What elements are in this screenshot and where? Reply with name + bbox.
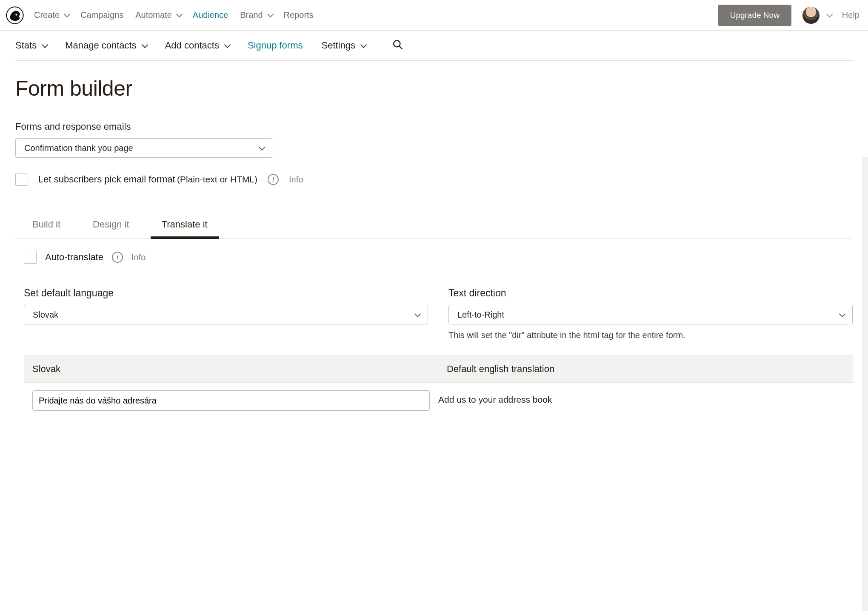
translation-english-value: Add us to your address book	[438, 390, 853, 411]
default-language-value: Slovak	[33, 310, 58, 320]
subnav-add-contacts[interactable]: Add contacts	[165, 40, 229, 51]
account-menu[interactable]	[802, 7, 831, 24]
topbar: Create Campaigns Automate Audience Brand…	[0, 0, 868, 31]
chevron-down-icon	[142, 41, 148, 48]
scrollbar[interactable]	[862, 157, 868, 426]
text-direction-col: Text direction Left-to-Right This will s…	[448, 287, 853, 340]
let-subscribers-label-wrap: Let subscribers pick email format (Plain…	[38, 174, 257, 185]
content: Form builder Forms and response emails C…	[0, 61, 868, 426]
text-direction-value: Left-to-Right	[457, 310, 504, 320]
auto-translate-row: Auto-translate i Info	[24, 251, 853, 264]
translation-table: Slovak Default english translation Add u…	[24, 355, 853, 411]
translation-input-cell	[24, 390, 438, 411]
chevron-down-icon	[176, 11, 183, 18]
info-icon[interactable]: i	[112, 252, 123, 263]
chevron-down-icon	[267, 11, 274, 18]
info-icon[interactable]: i	[268, 174, 279, 185]
auto-translate-checkbox[interactable]	[24, 251, 37, 264]
language-settings: Set default language Slovak Text directi…	[24, 287, 853, 340]
nav-campaigns-label: Campaigns	[80, 10, 123, 20]
let-subscribers-label: Let subscribers pick email format	[38, 174, 175, 185]
upgrade-button[interactable]: Upgrade Now	[718, 5, 791, 26]
chevron-down-icon	[259, 144, 266, 151]
default-language-label: Set default language	[24, 287, 428, 299]
info-text: Info	[131, 253, 146, 262]
chevron-down-icon	[414, 310, 421, 317]
svg-line-3	[399, 46, 402, 48]
subnav-settings[interactable]: Settings	[322, 40, 365, 51]
logo-mailchimp[interactable]	[6, 6, 24, 24]
nav-brand-label: Brand	[240, 10, 263, 20]
topnav: Create Campaigns Automate Audience Brand…	[34, 10, 718, 20]
subnav-signup-forms[interactable]: Signup forms	[248, 40, 303, 51]
chevron-down-icon	[839, 310, 846, 317]
avatar	[802, 7, 819, 24]
chevron-down-icon	[64, 11, 71, 18]
text-direction-label: Text direction	[448, 287, 853, 299]
translation-row: Add us to your address book	[24, 383, 853, 411]
forms-section-label: Forms and response emails	[15, 121, 853, 132]
nav-create-label: Create	[34, 10, 60, 20]
chevron-down-icon	[360, 41, 367, 48]
nav-campaigns[interactable]: Campaigns	[80, 10, 123, 20]
translate-panel: Auto-translate i Info Set default langua…	[15, 239, 853, 411]
search-button[interactable]	[392, 39, 403, 52]
text-direction-help: This will set the "dir" attribute in the…	[448, 330, 853, 340]
nav-create[interactable]: Create	[34, 10, 69, 20]
nav-reports-label: Reports	[284, 10, 314, 20]
nav-audience[interactable]: Audience	[193, 10, 228, 20]
auto-translate-label: Auto-translate	[45, 252, 103, 263]
info-text: Info	[289, 175, 303, 185]
translation-col-default: Default english translation	[438, 356, 853, 382]
text-direction-select[interactable]: Left-to-Right	[448, 305, 853, 324]
subnav-stats-label: Stats	[15, 40, 37, 51]
chevron-down-icon	[224, 41, 231, 48]
translation-table-head: Slovak Default english translation	[24, 355, 853, 383]
nav-reports[interactable]: Reports	[284, 10, 314, 20]
translation-input[interactable]	[32, 390, 430, 411]
tabs: Build it Design it Translate it	[15, 211, 853, 239]
nav-automate-label: Automate	[135, 10, 172, 20]
chevron-down-icon	[42, 41, 49, 48]
forms-select-value: Confirmation thank you page	[24, 143, 133, 153]
let-subscribers-checkbox[interactable]	[15, 173, 28, 186]
subnav-manage-contacts-label: Manage contacts	[65, 40, 137, 51]
nav-brand[interactable]: Brand	[240, 10, 271, 20]
tab-build-it[interactable]: Build it	[28, 211, 65, 239]
nav-automate[interactable]: Automate	[135, 10, 181, 20]
subnav-stats[interactable]: Stats	[15, 40, 46, 51]
mailchimp-icon	[6, 6, 24, 24]
subnav-add-contacts-label: Add contacts	[165, 40, 219, 51]
svg-point-1	[15, 14, 17, 15]
page-title: Form builder	[15, 76, 853, 101]
translation-col-lang: Slovak	[24, 356, 438, 382]
let-subscribers-sub: (Plain-text or HTML)	[177, 174, 257, 184]
let-subscribers-row: Let subscribers pick email format (Plain…	[15, 173, 853, 186]
subnav: Stats Manage contacts Add contacts Signu…	[0, 31, 868, 61]
tab-translate-it[interactable]: Translate it	[157, 211, 212, 239]
tab-design-it[interactable]: Design it	[89, 211, 134, 239]
search-icon	[392, 39, 403, 50]
default-language-col: Set default language Slovak	[24, 287, 428, 340]
default-language-select[interactable]: Slovak	[24, 305, 428, 324]
subnav-signup-forms-label: Signup forms	[248, 40, 303, 51]
subnav-settings-label: Settings	[322, 40, 356, 51]
forms-select[interactable]: Confirmation thank you page	[15, 138, 272, 158]
help-link[interactable]: Help	[842, 10, 859, 20]
chevron-down-icon	[826, 11, 833, 18]
topbar-right: Upgrade Now Help	[718, 5, 859, 26]
subnav-manage-contacts[interactable]: Manage contacts	[65, 40, 146, 51]
nav-audience-label: Audience	[193, 10, 228, 20]
